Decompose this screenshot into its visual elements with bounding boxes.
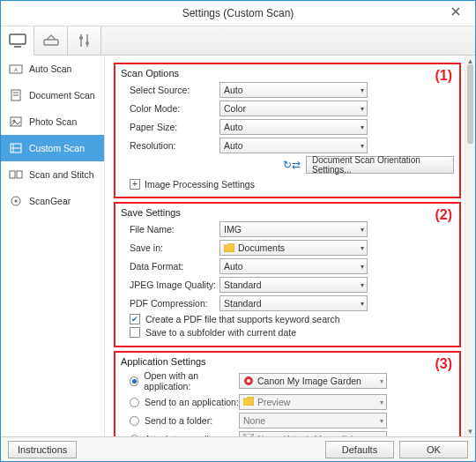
subfolder-date-checkbox[interactable]	[130, 327, 140, 338]
svg-point-6	[79, 36, 83, 40]
subfolder-date-label: Save to a subfolder with current date	[145, 327, 296, 338]
data-format-label: Data Format:	[121, 261, 219, 272]
section-number: (2)	[435, 207, 452, 223]
scangear-icon	[8, 193, 24, 209]
section-number: (1)	[435, 68, 452, 84]
send-to-folder-label: Send to a folder:	[145, 415, 212, 426]
chevron-down-icon: ▾	[361, 244, 364, 252]
close-button[interactable]	[438, 3, 473, 20]
scroll-thumb[interactable]	[467, 64, 473, 144]
category-toolbar	[1, 26, 475, 56]
content-scroll: (1) Scan Options Select Source: Auto▾ Co…	[105, 56, 465, 436]
chevron-down-icon: ▾	[361, 300, 364, 308]
pdf-keyword-checkbox[interactable]: ✔	[130, 314, 140, 324]
send-to-folder-radio[interactable]	[130, 416, 139, 426]
send-to-app-radio[interactable]	[130, 398, 139, 407]
settings-window: Settings (Custom Scan) A Auto Scan Docum…	[0, 0, 476, 462]
sidebar-item-label: Custom Scan	[29, 143, 85, 153]
orientation-settings-button[interactable]: Document Scan Orientation Settings...	[306, 156, 454, 174]
sidebar: A Auto Scan Document Scan Photo Scan Cus…	[1, 56, 105, 436]
sidebar-item-custom-scan[interactable]: Custom Scan	[1, 135, 104, 161]
window-title: Settings (Custom Scan)	[182, 7, 294, 19]
defaults-button[interactable]: Defaults	[325, 441, 394, 458]
app-icon	[243, 376, 254, 386]
titlebar: Settings (Custom Scan)	[1, 1, 475, 26]
svg-point-22	[15, 200, 18, 203]
send-to-app-label: Send to an application:	[145, 397, 239, 407]
plus-icon: +	[130, 179, 140, 190]
color-mode-label: Color Mode:	[121, 103, 219, 114]
tab-scan-from-panel[interactable]	[34, 26, 68, 55]
document-scan-icon	[8, 87, 24, 103]
photo-scan-icon	[8, 114, 24, 130]
attach-email-label: Attach to e-mail:	[145, 434, 212, 436]
application-settings-section: (3) Application Settings Open with an ap…	[114, 351, 461, 436]
instructions-button[interactable]: Instructions	[8, 441, 77, 458]
sidebar-item-label: ScanGear	[29, 196, 71, 206]
svg-rect-20	[17, 171, 22, 178]
select-source-combo[interactable]: Auto▾	[219, 82, 368, 98]
svg-point-8	[86, 41, 89, 45]
chevron-down-icon: ▾	[380, 436, 383, 437]
paper-size-label: Paper Size:	[121, 122, 219, 132]
section-number: (3)	[435, 356, 452, 372]
chevron-down-icon: ▾	[380, 417, 383, 425]
open-with-app-combo[interactable]: Canon My Image Garden▾	[239, 373, 387, 389]
data-format-combo[interactable]: Auto▾	[219, 258, 368, 274]
svg-rect-19	[10, 171, 15, 178]
sidebar-item-auto-scan[interactable]: A Auto Scan	[1, 56, 104, 82]
chevron-down-icon: ▾	[361, 86, 364, 94]
save-settings-section: (2) Save Settings File Name: IMG▾ Save i…	[114, 202, 461, 347]
content-wrap: (1) Scan Options Select Source: Auto▾ Co…	[105, 56, 475, 436]
chevron-down-icon: ▾	[361, 105, 364, 113]
attach-email-radio[interactable]	[130, 435, 139, 437]
chevron-down-icon: ▾	[380, 377, 383, 385]
chevron-down-icon: ▾	[361, 226, 364, 234]
main-area: A Auto Scan Document Scan Photo Scan Cus…	[1, 56, 475, 436]
paper-size-combo[interactable]: Auto▾	[219, 119, 368, 135]
open-with-app-radio[interactable]	[130, 376, 138, 386]
tab-general-settings[interactable]	[68, 26, 101, 55]
select-source-label: Select Source:	[121, 85, 219, 95]
chevron-down-icon: ▾	[361, 263, 364, 271]
send-to-folder-combo[interactable]: None▾	[239, 413, 387, 428]
save-in-label: Save in:	[121, 242, 219, 253]
vertical-scrollbar[interactable]: ▲ ▼	[465, 56, 475, 436]
open-with-app-label: Open with an application:	[144, 370, 239, 391]
close-icon	[451, 7, 460, 16]
auto-scan-icon: A	[8, 61, 24, 77]
svg-point-24	[247, 379, 250, 383]
file-name-combo[interactable]: IMG▾	[219, 221, 368, 237]
scan-options-title: Scan Options	[121, 68, 454, 78]
scroll-down-arrow-icon[interactable]: ▼	[465, 426, 475, 436]
stitch-icon	[8, 167, 24, 183]
jpeg-quality-combo[interactable]: Standard▾	[219, 277, 368, 293]
monitor-icon	[8, 33, 27, 48]
resolution-combo[interactable]: Auto▾	[219, 138, 368, 153]
pdf-keyword-label: Create a PDF file that supports keyword …	[145, 314, 340, 324]
send-to-app-combo[interactable]: Preview▾	[239, 394, 387, 410]
svg-rect-2	[10, 34, 26, 44]
expander-label: Image Processing Settings	[145, 179, 255, 190]
custom-scan-icon	[8, 140, 24, 156]
attach-email-combo[interactable]: None (Attach Manually)▾	[239, 431, 387, 436]
footer: Instructions Defaults OK	[1, 436, 475, 461]
refresh-icon[interactable]: ↻⇄	[283, 159, 301, 171]
save-in-combo[interactable]: Documents▾	[219, 240, 368, 256]
scan-options-section: (1) Scan Options Select Source: Auto▾ Co…	[114, 63, 461, 198]
pdf-compression-combo[interactable]: Standard▾	[219, 295, 368, 311]
sidebar-item-scangear[interactable]: ScanGear	[1, 188, 104, 214]
chevron-down-icon: ▾	[361, 281, 364, 289]
sidebar-item-document-scan[interactable]: Document Scan	[1, 82, 104, 108]
application-settings-title: Application Settings	[121, 356, 454, 367]
scanner-icon	[41, 33, 61, 48]
color-mode-combo[interactable]: Color▾	[219, 101, 368, 116]
tab-scan-from-computer[interactable]	[1, 26, 34, 56]
ok-button[interactable]: OK	[399, 441, 468, 458]
sidebar-item-photo-scan[interactable]: Photo Scan	[1, 108, 104, 135]
svg-rect-4	[44, 40, 58, 45]
sidebar-item-label: Document Scan	[29, 90, 95, 101]
sidebar-item-scan-and-stitch[interactable]: Scan and Stitch	[1, 161, 104, 188]
image-processing-expander[interactable]: + Image Processing Settings	[130, 179, 454, 190]
resolution-label: Resolution:	[121, 140, 219, 151]
